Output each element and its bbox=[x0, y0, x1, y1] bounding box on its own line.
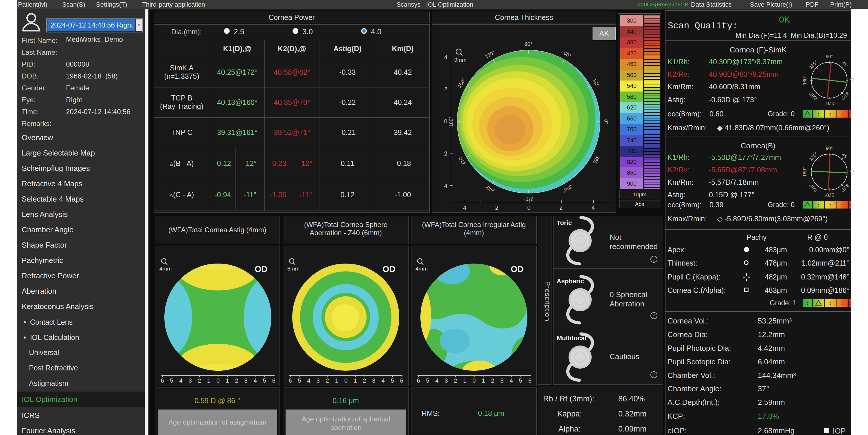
svg-text:270°: 270° bbox=[523, 196, 533, 202]
svg-text::: : bbox=[830, 112, 832, 116]
svg-text::: : bbox=[807, 300, 808, 306]
svg-text::: : bbox=[842, 112, 844, 116]
svg-text:180°: 180° bbox=[803, 75, 807, 85]
svg-text:330°: 330° bbox=[591, 155, 601, 166]
svg-text:180°: 180° bbox=[803, 167, 807, 177]
svg-text:90°: 90° bbox=[525, 41, 532, 47]
svg-text:180°: 180° bbox=[448, 116, 454, 126]
svg-text:90°: 90° bbox=[826, 54, 833, 59]
svg-text::: : bbox=[842, 300, 844, 306]
svg-text:270°: 270° bbox=[824, 101, 834, 106]
svg-text:90°: 90° bbox=[826, 146, 833, 151]
svg-text:150°: 150° bbox=[457, 77, 466, 89]
svg-text:0°: 0° bbox=[603, 119, 609, 124]
svg-text::: : bbox=[849, 202, 850, 207]
svg-text::: : bbox=[830, 202, 832, 207]
svg-text:30°: 30° bbox=[591, 78, 600, 87]
svg-text:270°: 270° bbox=[824, 193, 834, 198]
svg-text:120°: 120° bbox=[484, 50, 496, 59]
svg-text:210°: 210° bbox=[457, 155, 466, 166]
svg-text:300°: 300° bbox=[562, 184, 573, 194]
svg-text:60°: 60° bbox=[563, 50, 572, 59]
svg-text:0°: 0° bbox=[849, 78, 855, 82]
svg-text::: : bbox=[842, 202, 844, 207]
svg-text::: : bbox=[849, 112, 850, 116]
svg-text::: : bbox=[849, 300, 850, 306]
svg-text::: : bbox=[818, 112, 819, 116]
svg-text::: : bbox=[818, 202, 819, 207]
svg-text:0°: 0° bbox=[849, 170, 855, 174]
svg-text::: : bbox=[830, 300, 832, 306]
svg-text:240°: 240° bbox=[484, 184, 496, 194]
